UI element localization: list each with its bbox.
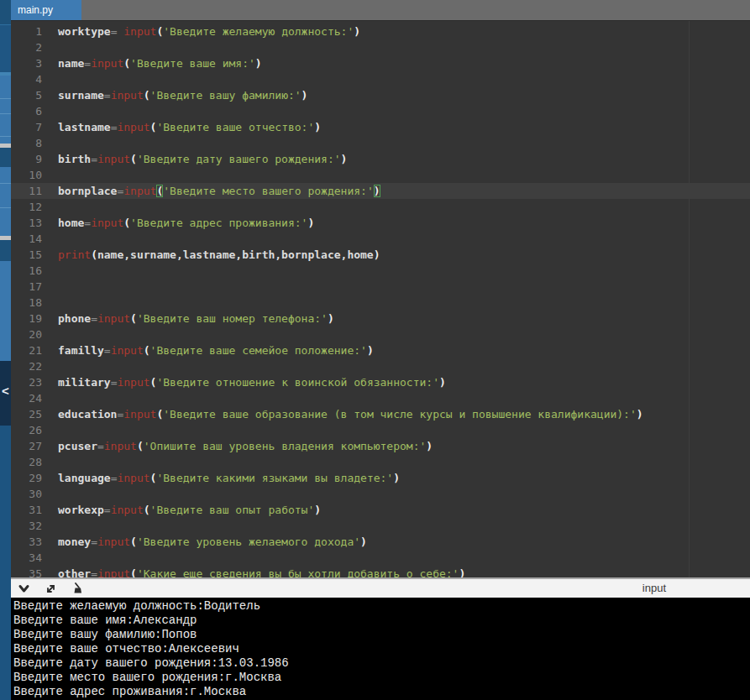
code-text <box>51 422 58 438</box>
code-text: surname=input('Введите вашу фамилию:') <box>51 87 307 103</box>
line-number: 10 <box>11 167 51 183</box>
code-line-24[interactable]: 24 <box>11 390 750 406</box>
collapse-console-icon[interactable] <box>18 582 30 595</box>
code-line-9[interactable]: 9birth=input('Введите дату вашего рожден… <box>11 151 750 167</box>
console-line: Введите ваше отчество:Алексеевич <box>13 642 750 656</box>
sidebar-segment <box>0 0 11 24</box>
code-line-20[interactable]: 20 <box>11 326 750 342</box>
code-text: education=input('Введите ваше образовани… <box>51 406 643 422</box>
sidebar-segment <box>0 426 11 700</box>
line-number: 13 <box>11 215 51 231</box>
code-line-16[interactable]: 16 <box>11 263 750 279</box>
code-line-35[interactable]: 35other=input('Какие еще сведения вы бы … <box>11 566 750 577</box>
code-text: print(name,surname,lastname,birth,bornpl… <box>51 247 380 263</box>
code-line-27[interactable]: 27pcuser=input('Опишите ваш уровень влад… <box>11 438 750 454</box>
code-line-12[interactable]: 12 <box>11 199 750 215</box>
code-text: home=input('Введите адрес проживания:') <box>51 215 314 231</box>
code-text: workexp=input('Введите ваш опыт работы') <box>51 502 321 518</box>
sidebar-segment <box>0 99 11 113</box>
code-line-33[interactable]: 33money=input('Введите уровень желаемого… <box>11 534 750 550</box>
main-column: main.py 1worktype= input('Введите желаем… <box>11 0 750 700</box>
code-line-31[interactable]: 31workexp=input('Введите ваш опыт работы… <box>11 502 750 518</box>
code-text <box>51 135 58 151</box>
left-sidebar: < <box>0 0 11 700</box>
code-line-22[interactable]: 22 <box>11 358 750 374</box>
line-number: 17 <box>11 279 51 295</box>
console-toolbar: input <box>11 577 750 598</box>
code-line-29[interactable]: 29language=input('Введите какими языками… <box>11 470 750 486</box>
line-number: 18 <box>11 295 51 311</box>
code-text <box>51 71 58 87</box>
code-line-19[interactable]: 19phone=input('Введите ваш номер телефон… <box>11 311 750 326</box>
code-line-26[interactable]: 26 <box>11 422 750 438</box>
line-number: 28 <box>11 454 51 470</box>
code-line-14[interactable]: 14 <box>11 231 750 247</box>
code-line-15[interactable]: 15print(name,surname,lastname,birth,born… <box>11 247 750 263</box>
code-line-30[interactable]: 30 <box>11 486 750 502</box>
code-text: familly=input('Введите ваше семейое поло… <box>51 342 374 358</box>
sidebar-segment <box>0 240 11 261</box>
resize-console-icon[interactable] <box>45 582 57 595</box>
ide-window: < main.py 1worktype= input('Введите жела… <box>0 0 750 700</box>
code-text <box>51 326 58 342</box>
code-line-1[interactable]: 1worktype= input('Введите желаемую должн… <box>11 24 750 39</box>
code-text <box>51 39 58 55</box>
clear-console-icon[interactable] <box>71 582 84 595</box>
code-text <box>51 550 58 566</box>
code-line-13[interactable]: 13home=input('Введите адрес проживания:'… <box>11 215 750 231</box>
console-input-label: input <box>642 582 666 594</box>
code-line-6[interactable]: 6 <box>11 103 750 119</box>
code-line-3[interactable]: 3name=input('Введите ваше имя:') <box>11 55 750 71</box>
tab-filename: main.py <box>18 4 53 16</box>
code-line-8[interactable]: 8 <box>11 135 750 151</box>
line-number: 22 <box>11 358 51 374</box>
code-area: 1worktype= input('Введите желаемую должн… <box>11 24 750 577</box>
code-line-11[interactable]: 11bornplace=input('Введите место вашего … <box>11 183 750 199</box>
code-text: name=input('Введите ваше имя:') <box>51 55 262 71</box>
code-line-17[interactable]: 17 <box>11 279 750 295</box>
code-line-18[interactable]: 18 <box>11 295 750 311</box>
line-number: 34 <box>11 550 51 566</box>
line-number: 23 <box>11 374 51 390</box>
code-line-7[interactable]: 7lastname=input('Введите ваше отчество:'… <box>11 119 750 135</box>
line-number: 32 <box>11 518 51 534</box>
line-number: 29 <box>11 470 51 486</box>
line-number: 11 <box>11 183 51 199</box>
tab-main-py[interactable]: main.py <box>11 0 81 20</box>
code-line-2[interactable]: 2 <box>11 39 750 55</box>
code-line-21[interactable]: 21familly=input('Введите ваше семейое по… <box>11 342 750 358</box>
tab-bar: main.py <box>11 0 750 20</box>
sidebar-segment <box>0 167 11 183</box>
line-number: 8 <box>11 135 51 151</box>
line-number: 9 <box>11 151 51 167</box>
line-number: 35 <box>11 566 51 577</box>
code-text: lastname=input('Введите ваше отчество:') <box>51 119 321 135</box>
code-line-28[interactable]: 28 <box>11 454 750 470</box>
console-output[interactable]: Введите желаемую должность:ВодительВведи… <box>11 598 750 700</box>
code-line-25[interactable]: 25education=input('Введите ваше образова… <box>11 406 750 422</box>
line-number: 27 <box>11 438 51 454</box>
code-line-5[interactable]: 5surname=input('Введите вашу фамилию:') <box>11 87 750 103</box>
code-line-10[interactable]: 10 <box>11 167 750 183</box>
code-line-34[interactable]: 34 <box>11 550 750 566</box>
line-number: 24 <box>11 390 51 406</box>
code-text: military=input('Введите отношение к воин… <box>51 374 446 390</box>
code-editor[interactable]: 1worktype= input('Введите желаемую должн… <box>11 20 750 577</box>
code-text <box>51 518 58 534</box>
sidebar-segment <box>0 148 11 167</box>
collapse-sidebar-icon[interactable]: < <box>0 384 11 397</box>
code-text: money=input('Введите уровень желаемого д… <box>51 534 367 550</box>
console-line: Введите дату вашего рождения:13.03.1986 <box>13 656 750 671</box>
code-line-32[interactable]: 32 <box>11 518 750 534</box>
line-number: 21 <box>11 342 51 358</box>
code-line-23[interactable]: 23military=input('Введите отношение к во… <box>11 374 750 390</box>
code-text: bornplace=input('Введите место вашего ро… <box>51 183 380 199</box>
code-line-4[interactable]: 4 <box>11 71 750 87</box>
sidebar-segment <box>0 114 11 136</box>
code-text <box>51 263 58 279</box>
line-number: 5 <box>11 87 51 103</box>
line-number: 25 <box>11 406 51 422</box>
code-text <box>51 295 58 311</box>
code-text: phone=input('Введите ваш номер телефона:… <box>51 311 334 326</box>
code-text <box>51 358 58 374</box>
